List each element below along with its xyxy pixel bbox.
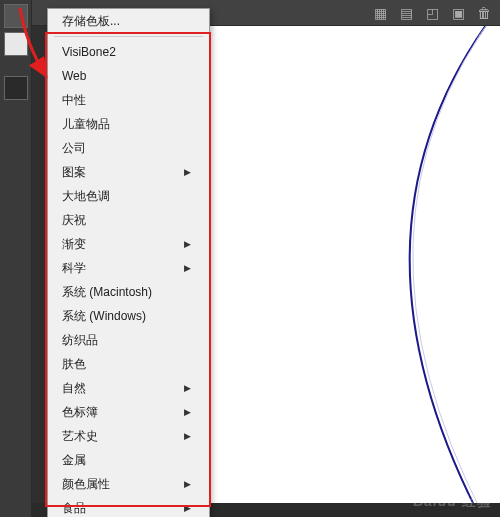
menu-label: 金属 bbox=[62, 452, 86, 468]
menu-separator bbox=[54, 36, 203, 37]
menu-label: 系统 (Windows) bbox=[62, 308, 146, 324]
menu-item[interactable]: 自然▶ bbox=[48, 376, 209, 400]
panel-icon-3[interactable] bbox=[4, 76, 28, 100]
menu-label: 存储色板... bbox=[62, 13, 120, 29]
menu-label: 公司 bbox=[62, 140, 86, 156]
menu-label: 大地色调 bbox=[62, 188, 110, 204]
menu-item[interactable]: 公司 bbox=[48, 136, 209, 160]
menu-item[interactable]: VisiBone2 bbox=[48, 40, 209, 64]
trash-icon[interactable]: 🗑 bbox=[476, 5, 492, 21]
menu-item[interactable]: 儿童物品 bbox=[48, 112, 209, 136]
submenu-arrow-icon: ▶ bbox=[184, 428, 191, 444]
submenu-arrow-icon: ▶ bbox=[184, 404, 191, 420]
menu-label: 庆祝 bbox=[62, 212, 86, 228]
submenu-arrow-icon: ▶ bbox=[184, 164, 191, 180]
panel-icon-2[interactable] bbox=[4, 32, 28, 56]
panel-gap bbox=[32, 26, 47, 517]
menu-label: 艺术史 bbox=[62, 428, 98, 444]
submenu-arrow-icon: ▶ bbox=[184, 476, 191, 492]
panel-icon-1[interactable] bbox=[4, 4, 28, 28]
menu-label: 科学 bbox=[62, 260, 86, 276]
menu-label: VisiBone2 bbox=[62, 44, 116, 60]
menu-label: 颜色属性 bbox=[62, 476, 110, 492]
menu-item[interactable]: 图案▶ bbox=[48, 160, 209, 184]
menu-item[interactable]: 大地色调 bbox=[48, 184, 209, 208]
menu-save-swatches[interactable]: 存储色板... bbox=[48, 9, 209, 33]
watermark: Baidu 经验 bbox=[413, 493, 492, 511]
menu-item[interactable]: 颜色属性▶ bbox=[48, 472, 209, 496]
menu-label: 系统 (Macintosh) bbox=[62, 284, 152, 300]
menu-label: 纺织品 bbox=[62, 332, 98, 348]
menu-item[interactable]: 庆祝 bbox=[48, 208, 209, 232]
menu-item[interactable]: 中性 bbox=[48, 88, 209, 112]
menu-item[interactable]: 肤色 bbox=[48, 352, 209, 376]
menu-item[interactable]: 渐变▶ bbox=[48, 232, 209, 256]
menu-label: 自然 bbox=[62, 380, 86, 396]
menu-item[interactable]: 系统 (Macintosh) bbox=[48, 280, 209, 304]
toolbar-icon-2[interactable]: ▤ bbox=[398, 5, 414, 21]
swatches-menu: 存储色板... VisiBone2Web中性儿童物品公司图案▶大地色调庆祝渐变▶… bbox=[47, 8, 210, 517]
submenu-arrow-icon: ▶ bbox=[184, 500, 191, 516]
menu-label: 肤色 bbox=[62, 356, 86, 372]
menu-item[interactable]: 色标簿▶ bbox=[48, 400, 209, 424]
menu-label: 色标簿 bbox=[62, 404, 98, 420]
menu-item[interactable]: 科学▶ bbox=[48, 256, 209, 280]
sidebar bbox=[0, 0, 32, 517]
menu-label: 儿童物品 bbox=[62, 116, 110, 132]
submenu-arrow-icon: ▶ bbox=[184, 260, 191, 276]
toolbar-icon-3[interactable]: ◰ bbox=[424, 5, 440, 21]
submenu-arrow-icon: ▶ bbox=[184, 380, 191, 396]
toolbar-icon-1[interactable]: ▦ bbox=[372, 5, 388, 21]
menu-item[interactable]: 食品▶ bbox=[48, 496, 209, 517]
menu-label: Web bbox=[62, 68, 86, 84]
new-icon[interactable]: ▣ bbox=[450, 5, 466, 21]
menu-label: 中性 bbox=[62, 92, 86, 108]
canvas[interactable] bbox=[210, 26, 500, 517]
menu-item[interactable]: 系统 (Windows) bbox=[48, 304, 209, 328]
menu-label: 食品 bbox=[62, 500, 86, 516]
menu-item[interactable]: 金属 bbox=[48, 448, 209, 472]
menu-item[interactable]: 艺术史▶ bbox=[48, 424, 209, 448]
menu-item[interactable]: Web bbox=[48, 64, 209, 88]
menu-label: 图案 bbox=[62, 164, 86, 180]
submenu-arrow-icon: ▶ bbox=[184, 236, 191, 252]
menu-item[interactable]: 纺织品 bbox=[48, 328, 209, 352]
menu-label: 渐变 bbox=[62, 236, 86, 252]
